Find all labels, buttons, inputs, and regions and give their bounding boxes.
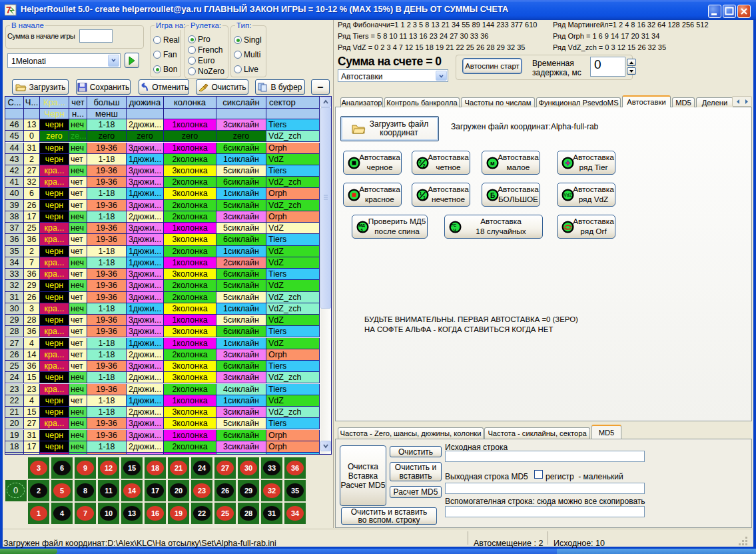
svg-text:2: 2 xyxy=(419,159,422,164)
svg-text:МД: МД xyxy=(359,223,366,227)
svg-text:VdZ: VdZ xyxy=(564,193,572,197)
svg-text:Б: Б xyxy=(490,192,495,199)
svg-text:Ч: Ч xyxy=(454,228,456,232)
svg-text:2: 2 xyxy=(423,163,426,168)
svg-text:м: м xyxy=(490,160,495,167)
svg-text:1: 1 xyxy=(423,195,426,200)
svg-text:ГС: ГС xyxy=(452,223,457,227)
svg-text:1: 1 xyxy=(420,191,422,196)
